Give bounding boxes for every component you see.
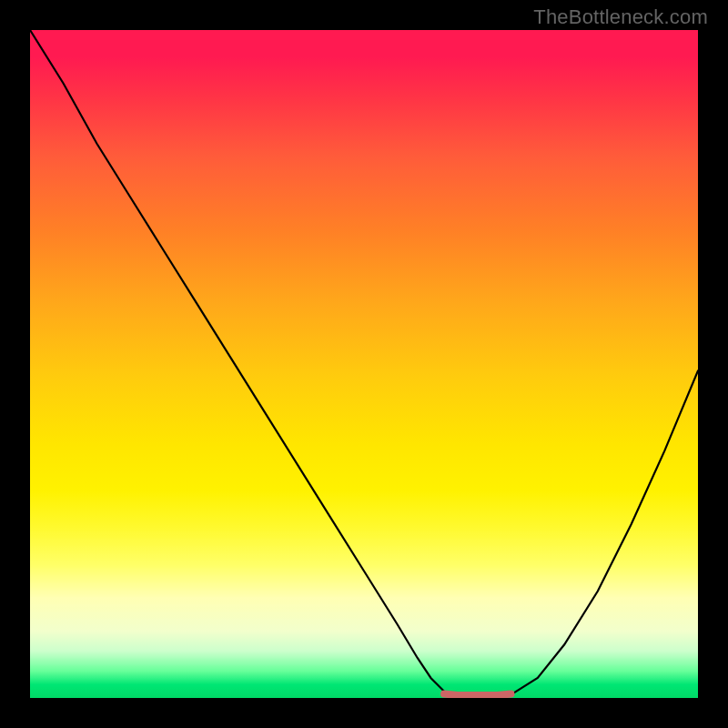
chart-frame: TheBottleneck.com: [0, 0, 728, 728]
watermark-text: TheBottleneck.com: [533, 5, 708, 29]
optimal-flat-segment-line: [444, 694, 511, 695]
plot-area: [30, 30, 698, 698]
chart-svg: [30, 30, 698, 698]
bottleneck-curve-line: [30, 30, 698, 698]
